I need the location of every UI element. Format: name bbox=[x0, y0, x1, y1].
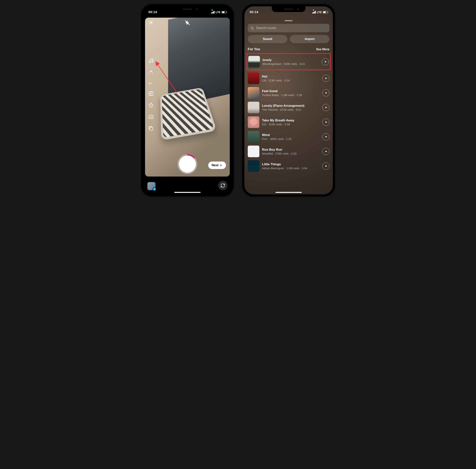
track-row[interactable]: lovely Bleedingxheart · 533K reels · 3:4… bbox=[248, 54, 329, 69]
track-cover bbox=[248, 56, 260, 67]
play-button[interactable] bbox=[322, 89, 330, 96]
svg-point-1 bbox=[149, 61, 150, 63]
track-cover bbox=[248, 87, 259, 99]
track-title: Run Boy Run bbox=[262, 148, 320, 151]
close-button[interactable] bbox=[148, 20, 154, 26]
battery-icon bbox=[323, 11, 328, 14]
status-time: 00:14 bbox=[250, 10, 258, 14]
track-cover bbox=[248, 102, 259, 113]
shutter-button[interactable] bbox=[179, 155, 196, 173]
status-time: 00:14 bbox=[148, 10, 157, 14]
svg-line-6 bbox=[157, 63, 177, 93]
track-list: lovely Bleedingxheart · 533K reels · 3:4… bbox=[248, 53, 330, 173]
track-info: lovely Bleedingxheart · 533K reels · 3:4… bbox=[263, 58, 319, 66]
track-row[interactable]: Take My Breath Away EZI · 316K reels · 2… bbox=[248, 115, 330, 130]
track-title: Lovely (Piano Arrangement) bbox=[262, 104, 320, 108]
track-title: Take My Breath Away bbox=[262, 118, 320, 122]
track-title: lovely bbox=[263, 58, 319, 62]
home-indicator[interactable] bbox=[275, 192, 302, 193]
track-info: Lovely (Piano Arrangement) The Theorist … bbox=[262, 104, 320, 111]
track-cover bbox=[248, 72, 259, 84]
saved-button[interactable]: Saved bbox=[248, 35, 287, 43]
camera-viewport bbox=[145, 18, 230, 177]
see-more-link[interactable]: See More bbox=[316, 48, 330, 51]
track-info: Take My Breath Away EZI · 316K reels · 2… bbox=[262, 118, 320, 126]
svg-point-8 bbox=[251, 27, 253, 29]
signal-icon bbox=[312, 11, 316, 14]
track-cover bbox=[248, 116, 259, 128]
timer-button[interactable] bbox=[148, 103, 154, 109]
next-button[interactable]: Next bbox=[208, 162, 226, 169]
track-subtitle: Liili · 213K reels · 2:24 bbox=[262, 79, 320, 82]
play-button[interactable] bbox=[322, 148, 330, 155]
track-title: Wind bbox=[262, 133, 320, 137]
network-label: LTE bbox=[317, 11, 322, 14]
track-subtitle: Woodkid · 278K reels · 3:33 bbox=[262, 152, 320, 155]
track-cover bbox=[248, 131, 259, 143]
track-subtitle: Adrian Berenguer · 1.5M reels · 3:04 bbox=[262, 167, 320, 170]
import-button[interactable]: Import bbox=[290, 35, 330, 43]
camera-plus-button[interactable] bbox=[148, 114, 154, 120]
screen-camera: 00:14 LTE 1× bbox=[143, 6, 232, 194]
signal-icon bbox=[211, 11, 215, 14]
track-subtitle: EZI · 316K reels · 2:38 bbox=[262, 123, 320, 126]
battery-icon bbox=[222, 11, 226, 14]
network-label: LTE bbox=[216, 11, 220, 14]
camera-side-toolbar: 1× bbox=[148, 58, 154, 132]
multi-capture-button[interactable] bbox=[148, 126, 154, 132]
track-info: Run Boy Run Woodkid · 278K reels · 3:33 bbox=[262, 148, 320, 155]
screen-music: 00:14 LTE Search music Saved Import For … bbox=[244, 6, 333, 194]
highlighted-track: lovely Bleedingxheart · 533K reels · 3:4… bbox=[247, 53, 331, 70]
phone-frame-right: 00:14 LTE Search music Saved Import For … bbox=[242, 4, 335, 197]
track-subtitle: Prm. · 360K reels · 1:20 bbox=[262, 137, 320, 140]
gallery-button[interactable]: + bbox=[147, 182, 156, 190]
track-row[interactable]: Little Things Adrian Berenguer · 1.5M re… bbox=[248, 159, 330, 173]
track-cover bbox=[248, 146, 259, 157]
track-row[interactable]: Lovely (Piano Arrangement) The Theorist … bbox=[248, 100, 330, 115]
track-row[interactable]: Wind Prm. · 360K reels · 1:20 bbox=[248, 130, 330, 144]
sheet-drag-handle[interactable] bbox=[285, 20, 293, 21]
annotation-arrow bbox=[154, 61, 181, 95]
phone-frame-left: 00:14 LTE 1× bbox=[141, 4, 234, 197]
track-row[interactable]: Hot Liili · 213K reels · 2:24 bbox=[248, 71, 330, 85]
layout-button[interactable] bbox=[148, 91, 154, 97]
track-info: Hot Liili · 213K reels · 2:24 bbox=[262, 75, 320, 82]
music-button[interactable] bbox=[148, 58, 154, 64]
play-button[interactable] bbox=[322, 163, 330, 169]
next-button-label: Next bbox=[212, 163, 219, 167]
search-placeholder: Search music bbox=[256, 26, 276, 30]
section-title: For You bbox=[248, 47, 260, 51]
home-indicator[interactable] bbox=[174, 192, 201, 193]
music-sheet: Search music Saved Import For You See Mo… bbox=[244, 18, 333, 194]
speed-button[interactable]: 1× bbox=[148, 81, 154, 85]
track-info: Feel Good Tundra Beats · 1.3M reels · 2:… bbox=[262, 89, 320, 97]
play-button[interactable] bbox=[322, 118, 330, 126]
track-subtitle: Tundra Beats · 1.3M reels · 2:26 bbox=[262, 93, 320, 97]
svg-rect-5 bbox=[150, 127, 153, 130]
svg-point-2 bbox=[152, 61, 153, 62]
play-button[interactable] bbox=[322, 75, 330, 82]
play-button[interactable] bbox=[322, 58, 329, 65]
track-info: Wind Prm. · 360K reels · 1:20 bbox=[262, 133, 320, 140]
flash-off-button[interactable] bbox=[185, 20, 190, 26]
track-title: Little Things bbox=[262, 163, 320, 166]
track-subtitle: The Theorist · 372K reels · 3:21 bbox=[262, 108, 320, 111]
search-music-input[interactable]: Search music bbox=[248, 24, 330, 32]
play-button[interactable] bbox=[322, 133, 330, 140]
camera-in-use-indicator bbox=[212, 9, 213, 11]
track-info: Little Things Adrian Berenguer · 1.5M re… bbox=[262, 163, 320, 170]
play-button[interactable] bbox=[322, 104, 330, 111]
track-title: Hot bbox=[262, 75, 320, 78]
track-title: Feel Good bbox=[262, 89, 320, 93]
camera-in-use-indicator bbox=[313, 9, 314, 11]
track-row[interactable]: Run Boy Run Woodkid · 278K reels · 3:33 bbox=[248, 144, 330, 159]
flip-camera-button[interactable] bbox=[218, 181, 227, 190]
track-row[interactable]: Feel Good Tundra Beats · 1.3M reels · 2:… bbox=[248, 85, 330, 100]
effects-button[interactable] bbox=[148, 70, 154, 76]
track-subtitle: Bleedingxheart · 533K reels · 3:41 bbox=[263, 62, 319, 66]
gallery-plus-icon: + bbox=[153, 187, 156, 191]
track-cover bbox=[248, 160, 259, 172]
